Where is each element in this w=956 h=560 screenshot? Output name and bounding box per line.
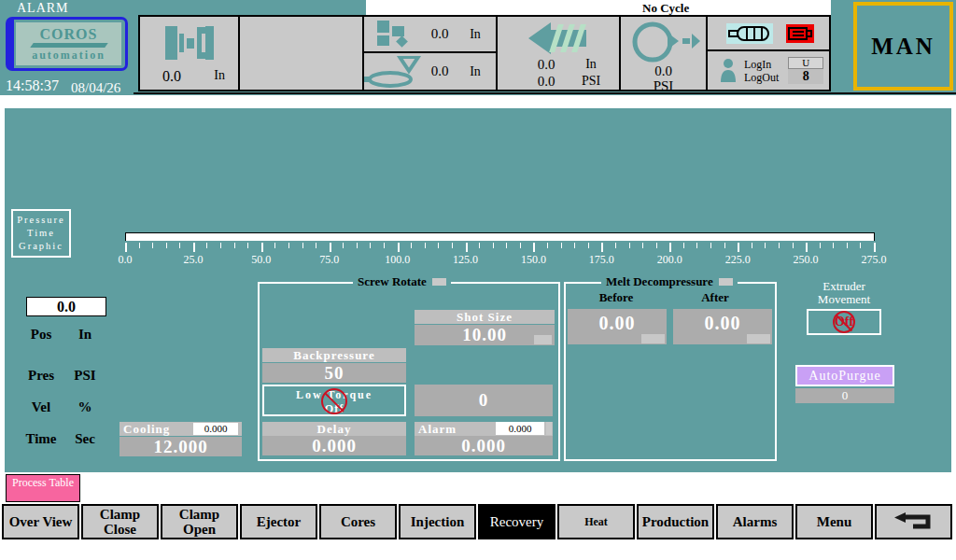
ruler-tick — [247, 243, 248, 248]
cooling-input[interactable]: 0.000 — [193, 423, 238, 435]
cooling-value[interactable]: 12.000 — [120, 437, 242, 456]
ejector-nozzle-panel: 0.0 In 0.0 In — [362, 15, 498, 91]
heats-user-panel: LogIn LogOut U 8 — [706, 15, 831, 91]
ruler-tick-label: 100.0 — [385, 253, 410, 267]
ruler-tick — [384, 243, 385, 248]
ruler-tick — [669, 243, 671, 252]
screw-position-value: 0.0 — [524, 57, 569, 73]
clock-time: 14:58:37 — [6, 77, 59, 94]
delay-label: Delay — [262, 422, 406, 436]
ruler-tick — [629, 243, 630, 248]
nav-recovery[interactable]: Recovery — [478, 504, 555, 539]
ruler-tick-label: 75.0 — [319, 253, 339, 267]
axis-label-time: Time — [13, 431, 69, 447]
ruler-tick-label: 275.0 — [862, 253, 887, 267]
nav-alarms[interactable]: Alarms — [716, 504, 794, 539]
ruler-tick — [343, 243, 344, 248]
ruler-tick — [166, 243, 167, 248]
user-icon — [720, 58, 737, 83]
rotate-icon — [626, 20, 701, 63]
ruler-tick — [220, 243, 221, 248]
alarm-value[interactable]: 0.000 — [415, 436, 553, 455]
nav-injection[interactable]: Injection — [399, 504, 476, 539]
before-label: Before — [575, 290, 657, 305]
ruler-tick — [547, 243, 548, 248]
no-entry-icon — [833, 311, 855, 333]
no-entry-icon — [321, 388, 347, 414]
ruler-tick — [466, 243, 468, 252]
ruler-tick — [833, 243, 834, 248]
ruler-tick-label: 175.0 — [589, 253, 614, 267]
mode-button[interactable]: MAN — [853, 2, 953, 91]
ruler-tick — [642, 243, 643, 248]
ruler-tick — [724, 243, 725, 248]
nav-over-view[interactable]: Over View — [2, 504, 79, 539]
cycle-status-text: No Cycle — [642, 1, 689, 16]
low-torque-toggle[interactable]: Low Torque Off — [262, 385, 406, 416]
clock-date: 08/04/26 — [71, 80, 120, 96]
ruler-tick — [806, 243, 808, 252]
coros-logo: COROS automation — [6, 17, 128, 71]
screw-rotate-title-text: Screw Rotate — [358, 275, 427, 288]
position-ruler-ticks: 0.025.050.075.0100.0125.0150.0175.0200.0… — [125, 241, 875, 269]
ruler-tick — [302, 243, 303, 248]
screw-speed-value[interactable]: 0 — [415, 385, 553, 416]
axis-unit-pres: PSI — [62, 368, 108, 384]
ruler-tick — [615, 243, 616, 248]
position-readout: 0.0 — [26, 297, 106, 316]
position-ruler-bar — [125, 232, 875, 241]
nav-cores[interactable]: Cores — [319, 504, 397, 539]
ruler-tick-label: 50.0 — [251, 253, 271, 267]
ruler-tick — [506, 243, 507, 248]
nav-production[interactable]: Production — [637, 504, 714, 539]
axis-unit-pos: In — [62, 327, 108, 343]
back-arrow-icon — [893, 511, 935, 532]
nav-heat[interactable]: Heat — [557, 504, 635, 539]
login-button[interactable]: LogIn LogOut U 8 — [708, 51, 829, 90]
cycle-status-band — [366, 0, 831, 15]
screw-pressure-row: 0.0 PSI — [524, 73, 613, 90]
process-table-button[interactable]: Process Table — [6, 474, 80, 502]
ruler-tick — [820, 243, 821, 248]
autopurge-button[interactable]: AutoPurgue — [795, 365, 894, 386]
ruler-tick — [179, 243, 180, 248]
ruler-tick — [330, 243, 331, 252]
extruder-movement-toggle[interactable]: Off — [807, 309, 881, 335]
alarm-status-text: ALARM — [17, 1, 69, 16]
pressure-time-graphic-button[interactable]: Pressure Time Graphic — [11, 209, 71, 258]
alarm-input[interactable]: 0.000 — [496, 422, 544, 435]
logout-label[interactable]: LogOut — [744, 71, 779, 84]
heater-status-row — [708, 17, 829, 51]
ruler-tick — [656, 243, 657, 248]
nav-menu[interactable]: Menu — [795, 504, 873, 539]
delay-value[interactable]: 0.000 — [262, 436, 406, 455]
hmi-screen: ALARM No Cycle COROS automation 14:58:37… — [0, 0, 956, 560]
ruler-tick — [274, 243, 275, 248]
ruler-tick — [316, 243, 316, 248]
melt-decompressure-group-title: Melt Decompressure — [601, 275, 738, 288]
screw-pressure-unit: PSI — [569, 74, 613, 89]
ruler-tick — [152, 243, 153, 248]
ejector-position-value: 0.0 — [422, 26, 457, 42]
login-label[interactable]: LogIn — [744, 58, 779, 71]
nav-clamp-open[interactable]: Clamp Open — [161, 504, 238, 539]
header: ALARM No Cycle COROS automation 14:58:37… — [0, 0, 956, 95]
before-marker — [641, 334, 665, 343]
autopurge-value[interactable]: 0 — [795, 388, 894, 403]
clamp-icon — [162, 21, 218, 62]
ruler-tick — [588, 243, 589, 248]
nav-ejector[interactable]: Ejector — [240, 504, 317, 539]
ruler-tick — [193, 243, 195, 252]
backpressure-value[interactable]: 50 — [262, 363, 406, 383]
coros-logo-art: COROS automation — [16, 22, 121, 65]
nav-clamp-close[interactable]: Clamp Close — [81, 504, 159, 539]
shot-size-marker — [534, 335, 552, 344]
nav-back-button[interactable] — [875, 504, 952, 539]
after-label: After — [674, 290, 756, 305]
ruler-tick — [452, 243, 453, 248]
after-marker — [747, 334, 770, 343]
screw-panel: 0.0 In 0.0 PSI — [496, 15, 621, 91]
ruler-tick — [765, 243, 766, 248]
axis-unit-vel: % — [62, 399, 108, 415]
screw-position-unit: In — [569, 57, 613, 72]
